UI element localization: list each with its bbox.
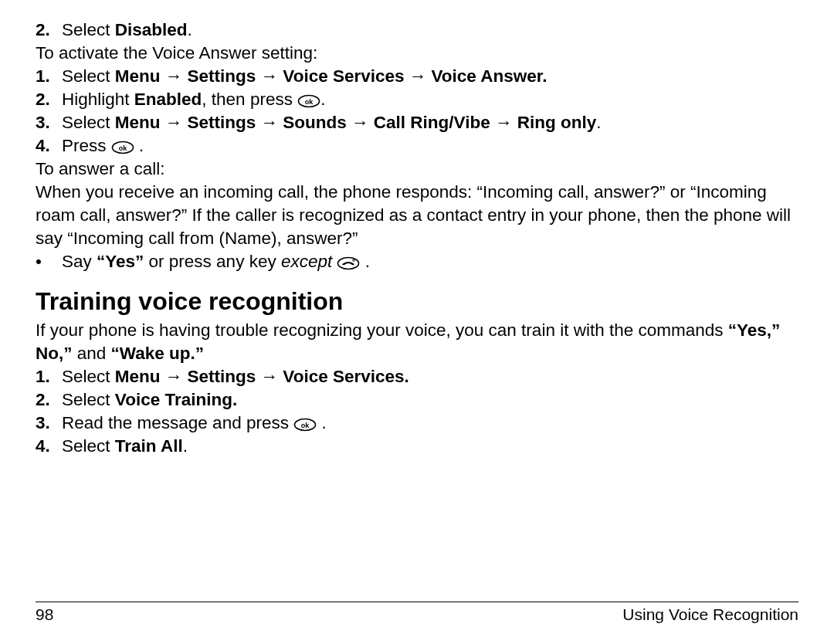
paragraph: When you receive an incoming call, the p… xyxy=(36,181,798,250)
list-text: Select Menu → Settings → Voice Services. xyxy=(62,365,798,388)
paragraph: To answer a call: xyxy=(36,158,798,181)
paragraph: To activate the Voice Answer setting: xyxy=(36,42,798,65)
text: Select xyxy=(62,436,115,456)
ok-icon: ok xyxy=(297,91,320,105)
list-number: 2. xyxy=(36,88,62,111)
text-bold: Menu → Settings → Sounds → Call Ring/Vib… xyxy=(115,113,596,132)
text-italic: except xyxy=(281,252,332,271)
page-footer: 98 Using Voice Recognition xyxy=(36,602,798,624)
list-number: 4. xyxy=(36,134,62,158)
svg-point-5 xyxy=(353,259,355,262)
list-item: 1. Select Menu → Settings → Voice Servic… xyxy=(36,365,798,388)
list-item: • Say “Yes” or press any key except . xyxy=(36,250,798,273)
list-item: 4. Select Train All. xyxy=(36,435,798,458)
list-number: 2. xyxy=(36,19,62,42)
text: . xyxy=(188,20,192,39)
list-item: 1. Select Menu → Settings → Voice Servic… xyxy=(36,65,798,88)
text: . xyxy=(317,413,327,432)
list-text: Select Voice Training. xyxy=(62,388,798,412)
bullet: • xyxy=(36,250,62,273)
list-number: 1. xyxy=(36,65,62,88)
text: Select xyxy=(62,20,115,39)
page-number: 98 xyxy=(36,605,53,624)
paragraph: If your phone is having trouble recogniz… xyxy=(36,319,798,365)
text: Select xyxy=(62,367,115,386)
text: Select xyxy=(62,66,115,86)
text: If your phone is having trouble recogniz… xyxy=(36,320,728,340)
list-number: 2. xyxy=(36,388,62,412)
list-number: 3. xyxy=(36,111,62,134)
list-text: Read the message and press ok . xyxy=(62,412,798,435)
list-item: 3. Read the message and press ok . xyxy=(36,412,798,435)
list-item: 2. Select Disabled. xyxy=(36,19,798,42)
list-text: Select Menu → Settings → Voice Services … xyxy=(62,65,798,88)
list-text: Highlight Enabled, then press ok . xyxy=(62,88,798,111)
text: Select xyxy=(62,390,115,409)
text: Say xyxy=(62,252,97,271)
document-page: 2. Select Disabled. To activate the Voic… xyxy=(0,0,834,644)
ok-icon: ok xyxy=(111,137,134,151)
text: or press any key xyxy=(144,252,281,271)
text: and xyxy=(73,344,111,363)
list-number: 4. xyxy=(36,435,62,458)
svg-text:ok: ok xyxy=(301,422,310,429)
ok-icon: ok xyxy=(293,415,317,429)
text-bold: “Yes” xyxy=(97,252,144,271)
svg-text:ok: ok xyxy=(305,98,314,106)
text: . xyxy=(134,136,144,155)
list-item: 3. Select Menu → Settings → Sounds → Cal… xyxy=(36,111,798,134)
list-text: Select Train All. xyxy=(62,435,798,458)
text: . xyxy=(183,436,188,456)
section-heading: Training voice recognition xyxy=(36,287,798,316)
text-bold: “Wake up.” xyxy=(111,344,204,363)
text: Press xyxy=(62,136,111,155)
svg-text:ok: ok xyxy=(119,144,127,152)
list-text: Select Menu → Settings → Sounds → Call R… xyxy=(62,111,798,134)
text: , then press xyxy=(202,90,297,109)
text-bold: Menu → Settings → Voice Services. xyxy=(115,367,409,386)
text: Select xyxy=(62,113,115,132)
list-item: 2. Highlight Enabled, then press ok . xyxy=(36,88,798,111)
text: Highlight xyxy=(62,90,134,109)
list-text: Say “Yes” or press any key except . xyxy=(62,250,798,273)
list-text: Select Disabled. xyxy=(62,19,798,42)
list-item: 2. Select Voice Training. xyxy=(36,388,798,412)
footer-section-title: Using Voice Recognition xyxy=(622,605,798,624)
end-call-icon xyxy=(337,253,360,267)
text: Read the message and press xyxy=(62,413,293,432)
text-bold: Menu → Settings → Voice Services → Voice… xyxy=(115,66,548,86)
text-bold: Voice Training. xyxy=(115,390,237,409)
text: . xyxy=(320,90,325,109)
text: . xyxy=(596,113,601,132)
list-number: 1. xyxy=(36,365,62,388)
list-number: 3. xyxy=(36,412,62,435)
text-bold: Disabled xyxy=(115,20,188,39)
text: . xyxy=(360,252,370,271)
list-item: 4. Press ok . xyxy=(36,134,798,158)
text-bold: Train All xyxy=(115,436,183,456)
list-text: Press ok . xyxy=(62,134,798,158)
text-bold: Enabled xyxy=(134,90,202,109)
